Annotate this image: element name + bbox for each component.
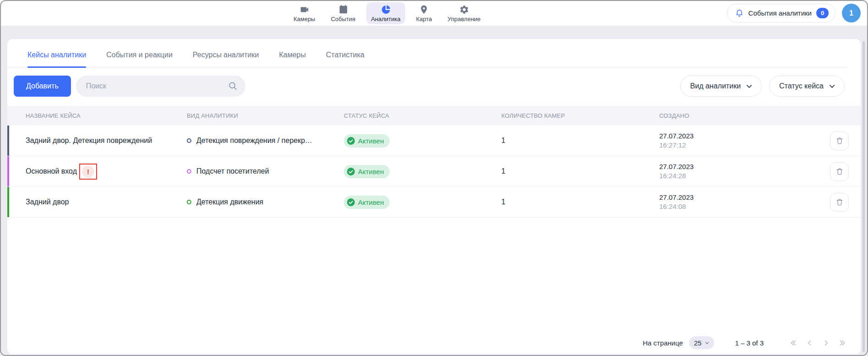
col-header-created: СОЗДАНО [659, 112, 803, 119]
search-icon [228, 81, 238, 91]
events-count-badge: 0 [816, 8, 829, 18]
filter-label: Вид аналитики [690, 82, 741, 90]
bell-icon [735, 9, 744, 18]
status-badge: Активен [344, 196, 390, 209]
events-button-label: События аналитики [749, 9, 812, 17]
filter-label: Статус кейса [779, 82, 824, 90]
warning-circle: ! [82, 165, 94, 178]
created-time: 16:27:12 [659, 141, 803, 150]
trash-icon [835, 197, 844, 207]
analytics-type-label: Подсчет посетителей [196, 167, 269, 175]
delete-button[interactable] [830, 193, 849, 212]
add-button[interactable]: Добавить [14, 76, 71, 97]
settings-icon [459, 5, 469, 15]
tab-cameras[interactable]: Камеры [279, 51, 306, 67]
nav-item-map[interactable]: Карта [412, 2, 437, 24]
per-page-label: На странице [643, 339, 683, 347]
prev-page-button[interactable] [805, 339, 814, 347]
analytics-type-icon [187, 200, 191, 204]
created-date: 27.07.2023 [659, 131, 803, 141]
camera-count: 1 [501, 198, 659, 206]
table-header: НАЗВАНИЕ КЕЙСА ВИД АНАЛИТИКИ СТАТУС КЕЙС… [7, 106, 861, 126]
map-pin-icon [419, 5, 429, 15]
analytics-events-button[interactable]: События аналитики 0 [727, 4, 835, 22]
status-badge: Активен [344, 134, 390, 148]
row-accent-bar [7, 126, 9, 156]
col-header-case-name: НАЗВАНИЕ КЕЙСА [26, 112, 187, 119]
table-row[interactable]: Задний двор ! Детекция движения Активен … [7, 187, 861, 218]
section-tabs: Кейсы аналитики События и реакции Ресурс… [7, 39, 848, 67]
table-row[interactable]: Основной вход ! Подсчет посетителей Акти… [7, 156, 861, 187]
analytics-icon [381, 5, 391, 15]
search-wrap [76, 76, 245, 97]
case-status-filter[interactable]: Статус кейса [769, 76, 845, 97]
first-page-button[interactable] [789, 339, 797, 347]
warning-mark: ! [87, 168, 89, 175]
per-page-select[interactable]: 25 [689, 336, 715, 349]
next-page-button[interactable] [822, 339, 830, 347]
case-name: Задний двор. Детекция повреждений [26, 137, 152, 145]
pagination-bar: На странице 25 1 – 3 of 3 [7, 331, 861, 354]
pager [789, 339, 847, 347]
created-date: 27.07.2023 [659, 162, 803, 171]
camera-icon [299, 5, 309, 15]
table-body: Задний двор. Детекция повреждений ! Дете… [7, 126, 861, 218]
nav-label: Карта [416, 16, 432, 22]
content-card: Кейсы аналитики События и реакции Ресурс… [7, 39, 861, 354]
trash-icon [835, 136, 844, 145]
nav-item-cameras[interactable]: Камеры [289, 2, 320, 24]
camera-count: 1 [501, 167, 659, 175]
case-name: Основной вход [26, 167, 77, 175]
case-name: Задний двор [26, 198, 69, 206]
analytics-type-label: Детекция повреждения / перекр… [196, 137, 312, 145]
row-accent-bar [7, 187, 9, 217]
warning-icon: ! [79, 164, 97, 180]
delete-button[interactable] [830, 162, 849, 181]
check-circle-icon [347, 168, 355, 175]
status-label: Активен [358, 168, 384, 175]
filters: Вид аналитики Статус кейса [680, 76, 845, 97]
delete-button[interactable] [830, 131, 849, 150]
created-time: 16:24:28 [659, 171, 803, 181]
col-header-case-status: СТАТУС КЕЙСА [344, 112, 501, 119]
status-label: Активен [358, 198, 384, 206]
top-bar: Камеры События Аналитика Карта Управлени… [0, 0, 868, 26]
range-text: 1 – 3 of 3 [735, 339, 764, 347]
nav-item-analytics[interactable]: Аналитика [366, 2, 405, 24]
col-header-analytics-type: ВИД АНАЛИТИКИ [187, 112, 344, 119]
nav-label: Управление [448, 16, 481, 22]
chevron-down-icon [705, 340, 710, 345]
chevron-down-icon [746, 83, 753, 90]
status-label: Активен [358, 137, 384, 145]
search-input[interactable] [76, 76, 245, 97]
tab-analytics-cases[interactable]: Кейсы аналитики [27, 51, 86, 67]
events-icon [338, 5, 348, 15]
status-badge: Активен [344, 165, 390, 178]
tab-analytics-resources[interactable]: Ресурсы аналитики [193, 51, 259, 67]
created-date: 27.07.2023 [659, 193, 803, 202]
tab-statistics[interactable]: Статистика [326, 51, 364, 67]
per-page-value: 25 [694, 339, 702, 347]
created-time: 16:24:08 [659, 202, 803, 211]
nav-label: События [331, 16, 356, 22]
check-circle-icon [347, 198, 355, 206]
nav-item-management[interactable]: Управление [443, 2, 485, 24]
table-row[interactable]: Задний двор. Детекция повреждений ! Дете… [7, 126, 861, 156]
analytics-type-filter[interactable]: Вид аналитики [680, 76, 762, 97]
chevron-down-icon [829, 83, 835, 90]
analytics-type-icon [187, 138, 191, 143]
last-page-button[interactable] [838, 339, 847, 347]
nav-label: Аналитика [371, 16, 400, 22]
col-header-camera-count: КОЛИЧЕСТВО КАМЕР [501, 112, 659, 119]
user-avatar[interactable]: 1 [842, 4, 861, 22]
nav-label: Камеры [293, 16, 315, 22]
tab-events-and-reactions[interactable]: События и реакции [106, 51, 173, 67]
camera-count: 1 [501, 137, 659, 145]
check-circle-icon [347, 137, 355, 145]
main-nav: Камеры События Аналитика Карта Управлени… [289, 0, 485, 26]
top-right-controls: События аналитики 0 1 [727, 4, 861, 22]
toolbar: Добавить Вид аналитики Статус кейса [14, 76, 845, 97]
analytics-type-icon [187, 169, 191, 174]
nav-item-events[interactable]: События [326, 2, 360, 24]
vertical-scrollbar[interactable] [863, 41, 865, 352]
